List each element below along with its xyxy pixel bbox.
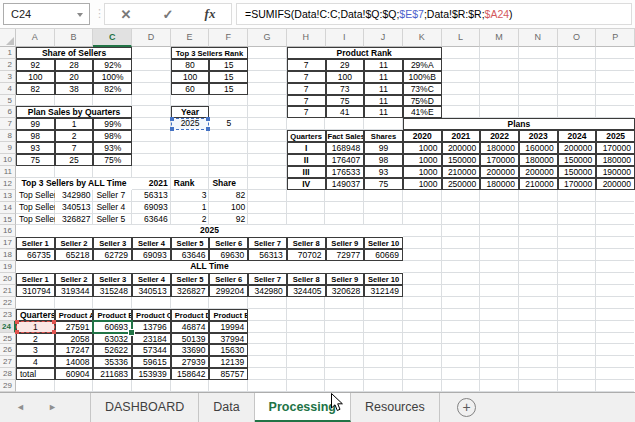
- cell-J11[interactable]: 93: [364, 166, 403, 178]
- insert-function-icon[interactable]: fx: [205, 6, 216, 22]
- ref-handle[interactable]: [206, 117, 210, 121]
- cell-B26[interactable]: 17247: [55, 344, 94, 356]
- cell-D24[interactable]: 13796: [132, 321, 171, 333]
- cell-H21[interactable]: 324405: [287, 285, 326, 297]
- cell-F15[interactable]: 92: [209, 214, 248, 226]
- cell-E14[interactable]: 1: [171, 202, 210, 214]
- row-header-24[interactable]: 24: [0, 321, 16, 333]
- cell-B14[interactable]: 340513: [55, 202, 94, 214]
- cell-A18[interactable]: 66735: [16, 249, 55, 261]
- cell-F12[interactable]: Share: [209, 178, 248, 190]
- cell-C13[interactable]: Seller 7: [93, 190, 132, 202]
- cell-B21[interactable]: 319344: [55, 285, 94, 297]
- cell-L12[interactable]: 250000: [442, 178, 481, 190]
- cell-E2[interactable]: 80: [171, 59, 210, 71]
- cell-I8[interactable]: Fact Sales: [326, 130, 365, 142]
- cell-A1[interactable]: Share of Sellers: [16, 47, 132, 59]
- fill-handle[interactable]: [128, 329, 135, 336]
- col-header-O[interactable]: O: [558, 29, 597, 47]
- cell-G18[interactable]: 56313: [248, 249, 287, 261]
- cell-F25[interactable]: 37994: [209, 333, 248, 345]
- col-header-L[interactable]: L: [442, 29, 481, 47]
- cell-H20[interactable]: Seller 8: [287, 273, 326, 285]
- cell-G20[interactable]: Seller 7: [248, 273, 287, 285]
- cell-B10[interactable]: 25: [55, 154, 94, 166]
- cell-C7[interactable]: 99%: [93, 118, 132, 130]
- cell-K11[interactable]: 1000: [403, 166, 442, 178]
- row-header-25[interactable]: 25: [0, 333, 16, 345]
- row-header-13[interactable]: 13: [0, 190, 16, 202]
- cell-A2[interactable]: 92: [16, 59, 55, 71]
- row-header-9[interactable]: 9: [0, 142, 16, 154]
- cell-C27[interactable]: 35336: [93, 356, 132, 368]
- cell-E15[interactable]: 2: [171, 214, 210, 226]
- cell-J9[interactable]: 99: [364, 142, 403, 154]
- cell-A13[interactable]: Top Seller 1: [16, 190, 55, 202]
- sheet-tab-dashboard[interactable]: DASHBOARD: [91, 393, 199, 422]
- cell-B17[interactable]: Seller 2: [55, 237, 94, 249]
- cell-B18[interactable]: 65218: [55, 249, 94, 261]
- cell-B15[interactable]: 326827: [55, 214, 94, 226]
- cell-D14[interactable]: 69093: [132, 202, 171, 214]
- col-header-E[interactable]: E: [171, 29, 210, 47]
- cell-I20[interactable]: Seller 9: [326, 273, 365, 285]
- cell-J10[interactable]: 98: [364, 154, 403, 166]
- cell-J2[interactable]: 11: [364, 59, 403, 71]
- cell-E21[interactable]: 326827: [171, 285, 210, 297]
- cell-J3[interactable]: 11: [364, 71, 403, 83]
- col-header-A[interactable]: A: [16, 29, 55, 47]
- cell-M11[interactable]: 200000: [480, 166, 519, 178]
- cell-C26[interactable]: 52622: [93, 344, 132, 356]
- cell-C17[interactable]: Seller 3: [93, 237, 132, 249]
- cell-M8[interactable]: 2022: [480, 130, 519, 142]
- cell-H10[interactable]: II: [287, 154, 326, 166]
- cell-A8[interactable]: 98: [16, 130, 55, 142]
- cell-D21[interactable]: 340513: [132, 285, 171, 297]
- cell-K2[interactable]: 29%A: [403, 59, 442, 71]
- col-header-H[interactable]: H: [287, 29, 326, 47]
- row-header-3[interactable]: 3: [0, 71, 16, 83]
- row-header-15[interactable]: 15: [0, 214, 16, 226]
- row-header-29[interactable]: 29: [0, 380, 16, 392]
- cell-I21[interactable]: 320628: [326, 285, 365, 297]
- cell-A19[interactable]: ALL Time: [16, 261, 403, 273]
- col-header-B[interactable]: B: [55, 29, 94, 47]
- cell-A17[interactable]: Seller 1: [16, 237, 55, 249]
- cell-F26[interactable]: 15630: [209, 344, 248, 356]
- cell-H8[interactable]: Quarters: [287, 130, 326, 142]
- cell-G21[interactable]: 342980: [248, 285, 287, 297]
- cell-F18[interactable]: 69630: [209, 249, 248, 261]
- cancel-icon[interactable]: ✕: [121, 7, 132, 22]
- cell-O8[interactable]: 2024: [558, 130, 597, 142]
- cell-K4[interactable]: 73%C: [403, 83, 442, 95]
- sheet-tab-resources[interactable]: Resources: [351, 393, 440, 422]
- row-header-6[interactable]: 6: [0, 106, 16, 118]
- cell-J17[interactable]: Seller 10: [364, 237, 403, 249]
- cell-A20[interactable]: Seller 1: [16, 273, 55, 285]
- cell-N12[interactable]: 210000: [519, 178, 558, 190]
- cell-D25[interactable]: 23184: [132, 333, 171, 345]
- select-all-corner[interactable]: [0, 29, 16, 47]
- cell-A28[interactable]: total: [16, 368, 55, 380]
- cell-A15[interactable]: Top Seller 3: [16, 214, 55, 226]
- row-header-26[interactable]: 26: [0, 344, 16, 356]
- cell-J12[interactable]: 75: [364, 178, 403, 190]
- cell-F14[interactable]: 100: [209, 202, 248, 214]
- cell-E25[interactable]: 50139: [171, 333, 210, 345]
- cell-L10[interactable]: 150000: [442, 154, 481, 166]
- col-header-N[interactable]: N: [519, 29, 558, 47]
- cell-I6[interactable]: 41: [326, 106, 365, 118]
- cell-H1[interactable]: Product Rank: [287, 47, 442, 59]
- col-header-P[interactable]: P: [596, 29, 635, 47]
- cell-E6[interactable]: Year: [171, 106, 210, 118]
- cell-D13[interactable]: 56313: [132, 190, 171, 202]
- cell-A12[interactable]: Top 3 Sellers by ALL Time: [16, 178, 132, 190]
- cell-D15[interactable]: 63646: [132, 214, 171, 226]
- cell-I9[interactable]: 168948: [326, 142, 365, 154]
- cell-F13[interactable]: 82: [209, 190, 248, 202]
- cell-K3[interactable]: 100%B: [403, 71, 442, 83]
- col-header-K[interactable]: K: [403, 29, 442, 47]
- col-header-G[interactable]: G: [248, 29, 287, 47]
- cell-I3[interactable]: 100: [326, 71, 365, 83]
- cell-J6[interactable]: 11: [364, 106, 403, 118]
